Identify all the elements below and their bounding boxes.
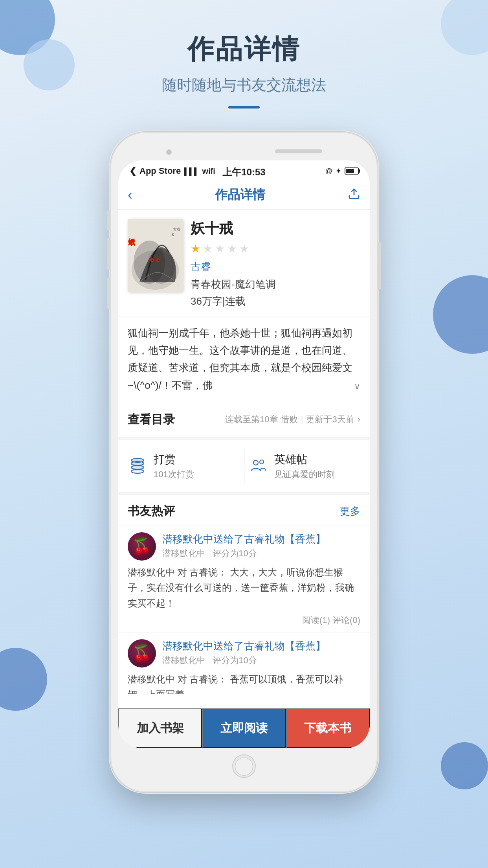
review-2-header: 潜移默化中送给了古睿礼物【香蕉】 潜移默化中 评分为10分 [128,639,360,668]
back-to-carrier: ❮ [129,166,136,176]
phone-volume-up-btn [107,211,110,230]
phone-mockup: ❮ App Store ▌▌▌ wifi 上午10:53 @ ✦ [110,132,378,792]
book-cover: 妖十戒 古睿 著 [128,219,183,292]
star-4: ★ [227,242,237,255]
nav-title: 作品详情 [215,186,265,204]
action-section: 打赏 101次打赏 [118,440,370,495]
review-item-1: 潜移默化中送给了古睿礼物【香蕉】 潜移默化中 评分为10分 潜移默化中 对 古睿… [118,526,370,633]
phone-screen: ❮ App Store ▌▌▌ wifi 上午10:53 @ ✦ [118,160,370,748]
review-2-user-score: 潜移默化中 评分为10分 [162,655,360,666]
book-description: 狐仙祠一别成千年，他杀她十世；狐仙祠再遇如初见，他守她一生。这个故事讲的是道，也… [118,316,370,402]
svg-point-18 [131,458,144,462]
reviews-section: 书友热评 更多 [118,495,370,708]
review-1-avatar [128,532,156,561]
review-2-title[interactable]: 潜移默化中送给了古睿礼物【香蕉】 [162,639,360,653]
tip-icon-wrap [128,456,147,476]
star-1: ★ [191,242,200,255]
download-button[interactable]: 下载本书 [286,708,370,748]
author-name[interactable]: 古睿 [191,260,360,274]
review-1-username: 潜移默化中 [162,548,205,558]
reviews-more-link[interactable]: 更多 [340,504,360,518]
tip-sub-label: 101次打赏 [154,469,194,480]
svg-point-20 [260,460,264,464]
book-genre: 青春校园-魔幻笔调 [191,278,360,291]
chapter-label: 查看目录 [128,412,175,428]
action-divider [244,448,244,484]
title-divider [228,106,260,108]
review-1-content: 潜移默化中 对 古睿说： 大大，大大，听说你想生猴子，实在没有什么可送的，送一筐… [128,565,360,611]
review-1-title-block: 潜移默化中送给了古睿礼物【香蕉】 潜移默化中 评分为10分 [162,532,360,559]
page-header: 作品详情 随时随地与书友交流想法 [0,0,488,108]
star-2: ★ [203,242,213,255]
star-rating: ★ ★ ★ ★ ★ [191,242,360,255]
review-item-2: 潜移默化中送给了古睿礼物【香蕉】 潜移默化中 评分为10分 潜移默化中 对 古睿… [118,633,370,701]
chapter-info: 连载至第10章 惜败 | 更新于3天前 › [225,414,360,425]
svg-point-7 [152,259,153,261]
hero-post-sub-label: 见证真爱的时刻 [274,469,335,480]
phone-speaker [275,149,322,153]
hero-post-icon-wrap [248,456,268,476]
star-5: ★ [239,242,249,255]
book-info-section: 妖十戒 古睿 著 妖十戒 ★ ★ ★ ★ ★ 古睿 青春校园-魔幻笔 [118,210,370,316]
wifi-icon: wifi [202,167,215,176]
phone-wrapper: ❮ App Store ▌▌▌ wifi 上午10:53 @ ✦ [0,132,488,792]
tip-action[interactable]: 打赏 101次打赏 [128,448,240,484]
hero-post-text: 英雄帖 见证真爱的时刻 [274,452,335,480]
review-1-comments: 评论(0) [332,615,360,625]
review-1-reads: 阅读(1) [302,615,330,625]
hero-post-main-label: 英雄帖 [274,452,335,467]
carrier-name: App Store [139,166,181,176]
hero-post-action[interactable]: 英雄帖 见证真爱的时刻 [248,448,361,484]
review-2-avatar [128,639,156,668]
book-wordcount: 36万字|连载 [191,294,360,308]
review-1-title[interactable]: 潜移默化中送给了古睿礼物【香蕉】 [162,532,360,546]
nav-share-button[interactable] [348,188,360,203]
description-expand-icon[interactable]: ∨ [354,379,360,394]
page-main-title: 作品详情 [0,31,488,67]
review-2-score: 评分为10分 [213,655,257,665]
tip-main-label: 打赏 [154,452,194,467]
book-meta: 妖十戒 ★ ★ ★ ★ ★ 古睿 青春校园-魔幻笔调 36万字|连载 [191,219,360,308]
nav-bar: ‹ 作品详情 [118,182,370,210]
nav-back-button[interactable]: ‹ [128,187,132,203]
review-1-footer: 阅读(1) 评论(0) [128,614,360,626]
phone-volume-down-btn [107,238,110,270]
status-left: ❮ App Store ▌▌▌ wifi [129,166,215,176]
svg-point-8 [158,259,160,261]
phone-power-btn [378,242,381,289]
phone-front-camera [166,149,172,155]
book-title: 妖十戒 [191,219,360,238]
current-chapter: 连载至第10章 惜败 [225,414,298,425]
chapter-divider: | [301,414,303,425]
update-time: 更新于3天前 [306,414,354,425]
status-time: 上午10:53 [222,166,265,178]
status-right: @ ✦ [325,167,359,175]
reviews-title: 书友热评 [128,503,175,519]
location-icon: @ [325,167,332,175]
page-subtitle: 随时随地与书友交流想法 [0,75,488,95]
description-text: 狐仙祠一别成千年，他杀她十世；狐仙祠再遇如初见，他守她一生。这个故事讲的是道，也… [128,324,360,394]
phone-home-button[interactable] [232,754,256,778]
review-2-content: 潜移默化中 对 古睿说： 香蕉可以顶饿，香蕉可以补钾，上面写着… [128,671,360,694]
svg-text:著: 著 [171,232,174,236]
chapter-arrow-icon: › [358,414,360,425]
battery-icon [345,167,359,175]
svg-text:古睿: 古睿 [173,227,181,232]
chapter-section[interactable]: 查看目录 连载至第10章 惜败 | 更新于3天前 › [118,402,370,440]
review-2-title-block: 潜移默化中送给了古睿礼物【香蕉】 潜移默化中 评分为10分 [162,639,360,666]
bluetooth-icon: ✦ [336,167,341,175]
bottom-action-bar: 加入书架 立即阅读 下载本书 [118,708,370,748]
star-3: ★ [215,242,225,255]
review-1-header: 潜移默化中送给了古睿礼物【香蕉】 潜移默化中 评分为10分 [128,532,360,561]
status-bar: ❮ App Store ▌▌▌ wifi 上午10:53 @ ✦ [118,160,370,182]
svg-point-19 [253,460,258,465]
read-now-button[interactable]: 立即阅读 [202,708,286,748]
add-shelf-button[interactable]: 加入书架 [118,708,202,748]
battery-fill [346,169,354,173]
tip-text: 打赏 101次打赏 [154,452,194,480]
review-1-score: 评分为10分 [213,548,257,558]
review-1-user-score: 潜移默化中 评分为10分 [162,548,360,559]
reviews-header: 书友热评 更多 [118,495,370,526]
signal-icon: ▌▌▌ [184,166,199,176]
review-2-username: 潜移默化中 [162,655,205,665]
